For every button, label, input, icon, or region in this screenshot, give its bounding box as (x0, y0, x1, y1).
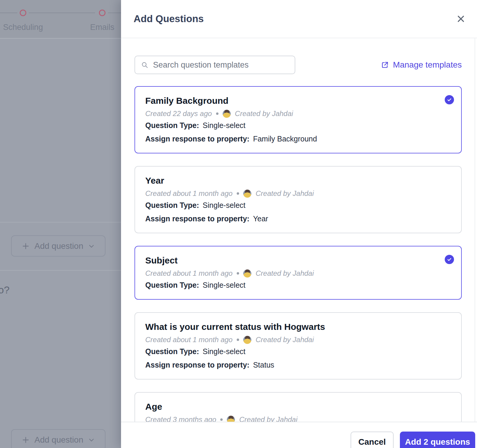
add-question-label: Add question (34, 241, 83, 251)
chevron-down-icon (88, 243, 95, 249)
card-meta: Created 3 months ago Created by Jahdai (145, 415, 450, 422)
assign-property-value: Family Background (253, 135, 317, 143)
dot-separator (220, 418, 223, 421)
assign-property-row: Assign response to property:Family Backg… (145, 134, 450, 143)
template-card-hogwarts-status[interactable]: What is your current status with Hogwart… (134, 312, 462, 380)
question-type-row: Question Type:Single-select (145, 121, 450, 130)
question-type-label: Question Type: (145, 347, 199, 356)
stepper-line (0, 13, 17, 13)
card-meta: Created 22 days ago Created by Jahdai (145, 109, 450, 118)
question-type-value: Single-select (203, 121, 245, 129)
assign-property-row: Assign response to property:Year (145, 214, 450, 223)
question-type-value: Single-select (203, 347, 245, 356)
card-title: Age (145, 402, 450, 412)
assign-property-label: Assign response to property: (145, 214, 250, 223)
manage-templates-link[interactable]: Manage templates (381, 60, 462, 70)
created-by: Created by Jahdai (235, 109, 293, 118)
assign-property-label: Assign response to property: (145, 361, 250, 369)
close-icon (456, 14, 465, 23)
avatar (227, 416, 235, 422)
dot-separator (216, 112, 218, 115)
add-question-button-bottom[interactable]: Add question (11, 429, 106, 448)
stepper-label-emails[interactable]: Emails (90, 23, 114, 32)
card-meta: Created about 1 month ago Created by Jah… (145, 336, 450, 344)
dot-separator (237, 339, 239, 341)
created-by: Created by Jahdai (239, 415, 297, 422)
card-title: Subject (145, 255, 450, 266)
scrollbar[interactable] (475, 38, 475, 422)
assign-property-value: Status (253, 361, 274, 369)
add-questions-modal: Add Questions Manage templates Family B (121, 0, 477, 448)
selected-check-icon (445, 95, 454, 104)
question-type-row: Question Type:Single-select (145, 347, 450, 356)
modal-footer: Cancel Add 2 questions (121, 422, 477, 448)
question-type-row: Question Type:Single-select (145, 201, 450, 210)
stepper-circle-emails[interactable] (99, 10, 106, 16)
search-box[interactable] (134, 56, 295, 74)
card-title: Year (145, 176, 450, 186)
question-type-value: Single-select (203, 201, 245, 209)
search-input[interactable] (153, 60, 289, 70)
avatar (243, 190, 251, 198)
question-type-label: Question Type: (145, 201, 199, 209)
modal-content: Manage templates Family Background Creat… (121, 38, 477, 422)
card-title: What is your current status with Hogwart… (145, 322, 450, 332)
template-card-year[interactable]: Year Created about 1 month ago Created b… (134, 166, 462, 233)
modal-title: Add Questions (134, 13, 204, 25)
add-questions-button[interactable]: Add 2 questions (400, 432, 475, 448)
created-date: Created 3 months ago (145, 415, 216, 422)
template-card-age[interactable]: Age Created 3 months ago Created by Jahd… (134, 392, 462, 422)
question-template-list: Family Background Created 22 days ago Cr… (134, 86, 462, 422)
created-date: Created about 1 month ago (145, 336, 233, 344)
created-date: Created about 1 month ago (145, 189, 233, 198)
plus-icon (22, 242, 30, 250)
created-by: Created by Jahdai (256, 269, 314, 278)
card-title: Family Background (145, 96, 450, 106)
external-link-icon (381, 61, 389, 69)
search-row: Manage templates (134, 56, 462, 74)
avatar (223, 110, 231, 118)
template-card-family-background[interactable]: Family Background Created 22 days ago Cr… (134, 86, 462, 153)
chevron-down-icon (88, 437, 95, 443)
created-by: Created by Jahdai (256, 336, 314, 344)
add-question-label: Add question (34, 435, 83, 445)
add-question-button[interactable]: Add question (11, 235, 106, 257)
plus-icon (22, 436, 30, 444)
dot-separator (237, 192, 239, 195)
created-by: Created by Jahdai (256, 189, 314, 198)
stepper-line (108, 13, 121, 13)
dot-separator (237, 272, 239, 275)
stepper-line (29, 13, 95, 13)
selected-check-icon (445, 255, 454, 264)
question-type-label: Question Type: (145, 281, 199, 289)
close-button[interactable] (452, 10, 469, 27)
assign-property-row: Assign response to property:Status (145, 360, 450, 369)
manage-templates-label: Manage templates (393, 60, 462, 70)
created-date: Created 22 days ago (145, 109, 212, 118)
stepper-label-scheduling[interactable]: Scheduling (3, 23, 43, 32)
created-date: Created about 1 month ago (145, 269, 233, 278)
assign-property-label: Assign response to property: (145, 135, 250, 143)
card-meta: Created about 1 month ago Created by Jah… (145, 269, 450, 278)
avatar (243, 336, 251, 344)
question-type-value: Single-select (203, 281, 245, 289)
avatar (243, 269, 251, 278)
clipped-question-text: o? (0, 284, 10, 296)
question-type-label: Question Type: (145, 121, 199, 129)
stepper-circle-scheduling[interactable] (20, 10, 26, 16)
cancel-button[interactable]: Cancel (351, 432, 394, 448)
question-type-row: Question Type:Single-select (145, 281, 450, 289)
template-card-subject[interactable]: Subject Created about 1 month ago Create… (134, 246, 462, 300)
modal-header: Add Questions (121, 0, 477, 38)
search-icon (141, 61, 148, 68)
card-meta: Created about 1 month ago Created by Jah… (145, 189, 450, 198)
assign-property-value: Year (253, 214, 268, 223)
